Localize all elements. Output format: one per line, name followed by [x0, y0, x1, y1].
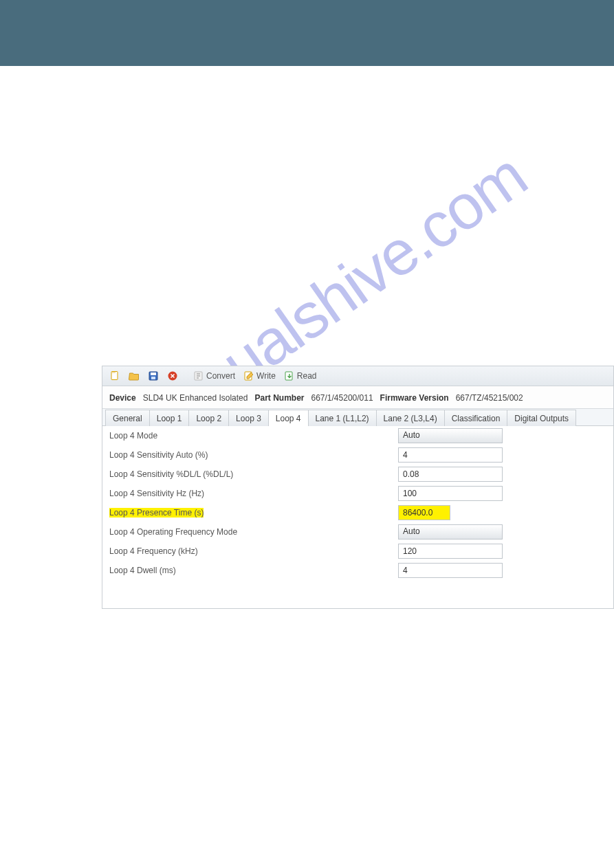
tab-loop4[interactable]: Loop 4	[268, 410, 309, 426]
tab-lane1[interactable]: Lane 1 (L1,L2)	[308, 410, 377, 426]
label-loop4-sens-auto: Loop 4 Sensitivity Auto (%)	[102, 446, 398, 464]
device-value: SLD4 UK Enhanced Isolated	[143, 393, 248, 403]
row-loop4-sens-auto: Loop 4 Sensitivity Auto (%)	[102, 445, 613, 465]
svg-rect-3	[151, 377, 155, 379]
read-icon	[284, 370, 295, 381]
save-button[interactable]	[145, 369, 162, 383]
device-label: Device	[109, 393, 136, 403]
application-window: Convert Write Read Device SLD4 UK Enhanc…	[102, 366, 614, 609]
convert-button[interactable]: Convert	[190, 369, 238, 383]
input-loop4-frequency[interactable]	[398, 544, 503, 559]
row-loop4-mode: Loop 4 Mode Auto	[102, 426, 613, 445]
write-label: Write	[256, 371, 276, 381]
row-loop4-sens-dll: Loop 4 Sensitivity %DL/L (%DL/L)	[102, 465, 613, 484]
tab-loop3[interactable]: Loop 3	[228, 410, 269, 426]
svg-rect-7	[285, 372, 292, 380]
select-loop4-mode[interactable]: Auto	[398, 428, 503, 443]
firmware-version-label: Firmware Version	[380, 393, 449, 403]
label-loop4-sens-dll: Loop 4 Sensitivity %DL/L (%DL/L)	[102, 465, 398, 483]
input-loop4-presence-time[interactable]	[398, 505, 450, 520]
close-icon	[167, 370, 178, 381]
read-label: Read	[297, 371, 317, 381]
read-button[interactable]: Read	[281, 369, 320, 383]
input-loop4-sens-hz[interactable]	[398, 486, 503, 501]
part-number-label: Part Number	[254, 393, 304, 403]
input-loop4-dwell[interactable]	[398, 563, 503, 578]
input-loop4-sens-auto[interactable]	[398, 447, 503, 463]
convert-label: Convert	[206, 371, 235, 381]
label-loop4-sens-hz: Loop 4 Sensitivity Hz (Hz)	[102, 485, 398, 502]
floppy-disk-icon	[148, 370, 159, 381]
select-loop4-op-freq-mode[interactable]: Auto	[398, 524, 503, 539]
label-loop4-dwell: Loop 4 Dwell (ms)	[102, 561, 398, 579]
tab-digital-outputs[interactable]: Digital Outputs	[507, 410, 576, 426]
label-loop4-op-freq-mode: Loop 4 Operating Frequency Mode	[102, 523, 398, 541]
tab-lane2[interactable]: Lane 2 (L3,L4)	[376, 410, 445, 426]
write-button[interactable]: Write	[241, 369, 278, 383]
tab-content: Loop 4 Mode Auto Loop 4 Sensitivity Auto…	[102, 426, 613, 608]
open-button[interactable]	[126, 369, 142, 383]
row-loop4-op-freq-mode: Loop 4 Operating Frequency Mode Auto	[102, 522, 613, 542]
row-loop4-sens-hz: Loop 4 Sensitivity Hz (Hz)	[102, 484, 613, 503]
row-loop4-dwell: Loop 4 Dwell (ms)	[102, 561, 613, 580]
row-loop4-frequency: Loop 4 Frequency (kHz)	[102, 542, 613, 561]
part-number-value: 667/1/45200/011	[311, 393, 373, 403]
device-info-bar: Device SLD4 UK Enhanced Isolated Part Nu…	[102, 386, 613, 409]
tab-loop1[interactable]: Loop 1	[149, 410, 190, 426]
close-button[interactable]	[164, 369, 181, 383]
tab-bar: General Loop 1 Loop 2 Loop 3 Loop 4 Lane…	[102, 409, 613, 426]
convert-icon	[193, 370, 204, 381]
toolbar: Convert Write Read	[102, 366, 613, 386]
new-button[interactable]	[107, 369, 123, 383]
new-file-icon	[109, 370, 120, 381]
label-loop4-frequency: Loop 4 Frequency (kHz)	[102, 542, 398, 560]
row-loop4-presence-time: Loop 4 Presence Time (s)	[102, 503, 613, 522]
tab-general[interactable]: General	[105, 410, 150, 426]
folder-open-icon	[129, 370, 140, 381]
label-loop4-mode: Loop 4 Mode	[102, 427, 398, 445]
top-banner	[0, 0, 614, 66]
tab-classification[interactable]: Classification	[444, 410, 508, 426]
label-loop4-presence-time: Loop 4 Presence Time (s)	[102, 504, 398, 522]
input-loop4-sens-dll[interactable]	[398, 467, 503, 482]
tab-loop2[interactable]: Loop 2	[188, 410, 229, 426]
write-icon	[243, 370, 254, 381]
svg-rect-2	[151, 372, 156, 375]
firmware-version-value: 667/TZ/45215/002	[456, 393, 523, 403]
